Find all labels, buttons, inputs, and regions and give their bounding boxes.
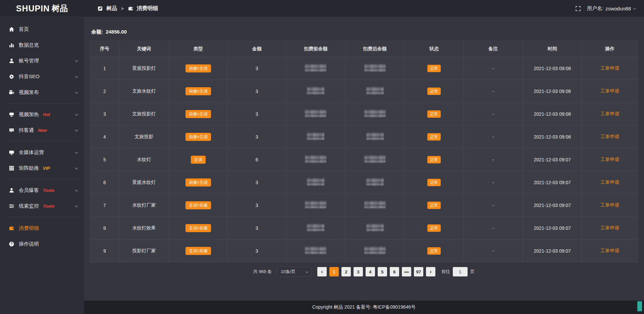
masked-value: [305, 155, 326, 163]
page-button-4[interactable]: 4: [366, 267, 375, 276]
page-more-button[interactable]: •••: [402, 267, 411, 276]
cell-remark: -: [464, 171, 523, 194]
sidebar-item-video-publish[interactable]: 视频发布: [0, 85, 84, 100]
work-order-link[interactable]: 工单申请: [600, 134, 619, 139]
cell-amount: 6: [227, 148, 286, 171]
page-button-6[interactable]: 6: [390, 267, 399, 276]
jump-suffix: 页: [470, 269, 475, 275]
status-badge: 正常: [427, 88, 441, 95]
sidebar-item-account[interactable]: 账号管理: [0, 53, 84, 69]
cell-keyword: 景观投影灯: [119, 57, 169, 80]
question-circle-icon: ?: [9, 241, 14, 247]
page-button-1[interactable]: 1: [329, 267, 339, 276]
masked-value: [366, 224, 384, 231]
sidebar-item-video-heat[interactable]: 视频加热 Hot: [0, 107, 84, 122]
header-status: 状态: [405, 41, 464, 57]
tools-badge: Tools: [43, 188, 54, 193]
cell-amount: 3: [227, 125, 286, 148]
type-badge: 前缀+主词: [185, 178, 211, 187]
work-order-link[interactable]: 工单申请: [600, 88, 619, 94]
hot-badge: Hot: [43, 112, 50, 117]
sidebar-item-member-burst[interactable]: 会员爆客 Tools: [0, 182, 84, 198]
page-jump: 前往 页: [441, 267, 475, 276]
header-amount: 金额: [227, 41, 286, 57]
floating-widget[interactable]: [637, 301, 642, 311]
cell-type: 主词+后缀: [169, 194, 228, 217]
wallet-icon: [128, 6, 133, 11]
sidebar-item-data-overview[interactable]: 数据总览: [0, 37, 84, 53]
page-button-97[interactable]: 97: [414, 267, 423, 276]
cell-type: 前缀+主词: [169, 125, 228, 148]
sidebar-item-consumption-detail[interactable]: 消费明细: [0, 220, 84, 236]
breadcrumb-root[interactable]: 树品: [106, 5, 117, 12]
page-button-5[interactable]: 5: [378, 267, 387, 276]
pagination: 共 969 条 10条/页 ‹ 1 2 3 4 5 6 ••• 97 › 前往 …: [90, 267, 638, 277]
sidebar-item-all-media[interactable]: 全媒体运营: [0, 145, 84, 160]
sidebar-item-douyin-seo[interactable]: 抖音SEO: [0, 69, 84, 85]
breadcrumb-current: 消费明细: [137, 5, 158, 12]
chevron-down-icon: [75, 166, 78, 169]
work-order-link[interactable]: 工单申请: [600, 225, 619, 230]
footer: Copyright 树品 2021 备案号: 粤ICP备09019646号: [84, 301, 644, 314]
sidebar-item-douketong[interactable]: 抖客通 New: [0, 122, 84, 138]
tools-badge: Tools: [43, 204, 54, 209]
cell-action: 工单申请: [582, 125, 638, 148]
type-badge: 主词+后缀: [185, 224, 211, 232]
cell-amount: 3: [227, 57, 286, 80]
page-button-3[interactable]: 3: [354, 267, 363, 276]
masked-value: [364, 247, 386, 254]
prev-page-button[interactable]: ‹: [317, 267, 327, 276]
next-page-button[interactable]: ›: [426, 267, 435, 276]
gear-icon: [9, 74, 14, 80]
cell-status: 正常: [405, 171, 464, 194]
header-balance-after: 扣费后余额: [345, 41, 404, 57]
work-order-link[interactable]: 工单申请: [600, 65, 619, 71]
cell-type: 前缀+主词: [169, 171, 228, 194]
sidebar-item-label: 抖客通: [19, 127, 34, 134]
cell-index: 7: [90, 194, 119, 217]
page-button-2[interactable]: 2: [341, 267, 351, 276]
cell-time: 2021-12-03 09:07: [523, 240, 582, 262]
cell-balance-before: [286, 194, 345, 217]
status-badge: 正常: [427, 202, 441, 209]
header-remark: 备注: [464, 41, 523, 57]
type-badge: 前缀+主词: [185, 110, 211, 118]
table-row: 6 景观水纹灯 前缀+主词 3 正常 - 2021-12-03 09:07 工单…: [90, 171, 638, 194]
table-row: 2 文旅水纹灯 前缀+主词 3 正常 - 2021-12-03 09:08 工单…: [90, 80, 638, 103]
user-menu[interactable]: 用户名: zswodun88: [587, 5, 635, 12]
work-order-link[interactable]: 工单申请: [600, 202, 619, 208]
cell-balance-after: [345, 217, 404, 240]
cell-amount: 3: [227, 217, 286, 240]
page-size-select[interactable]: 10条/页: [277, 267, 311, 277]
cell-keyword: 景观水纹灯: [119, 171, 169, 194]
bar-chart-icon: [9, 42, 14, 48]
sidebar-item-help[interactable]: ? 操作说明: [0, 236, 84, 252]
work-order-link[interactable]: 工单申请: [600, 248, 619, 253]
work-order-link[interactable]: 工单申请: [600, 179, 619, 185]
sidebar-item-home[interactable]: 首页: [0, 21, 84, 37]
cell-index: 2: [90, 80, 119, 103]
cell-balance-before: [286, 171, 345, 194]
work-order-link[interactable]: 工单申请: [600, 111, 619, 116]
table-row: 3 文旅投影灯 前缀+主词 3 正常 - 2021-12-03 09:08 工单…: [90, 103, 638, 125]
cell-remark: -: [464, 57, 523, 80]
page: SHUPIN 树品 树品 > 消费明细 用户名: zswodun88: [0, 0, 644, 314]
sidebar-item-matrix-boost[interactable]: 矩阵助推 VIP: [0, 160, 84, 176]
fullscreen-icon[interactable]: [575, 6, 581, 11]
sidebar-item-label: 账号管理: [19, 58, 39, 64]
sidebar-item-label: 会员爆客: [19, 187, 39, 194]
svg-text:?: ?: [10, 242, 12, 246]
cell-type: 主词+后缀: [169, 217, 228, 240]
cell-balance-before: [286, 80, 345, 103]
jump-page-input[interactable]: [453, 267, 468, 276]
masked-value: [364, 155, 386, 163]
cell-amount: 3: [227, 103, 286, 125]
cell-remark: -: [464, 240, 523, 262]
cell-status: 正常: [405, 103, 464, 125]
masked-value: [307, 224, 324, 231]
cell-balance-after: [345, 80, 404, 103]
brand-logo[interactable]: SHUPIN 树品: [0, 0, 84, 17]
sidebar-item-leads-monitor[interactable]: 线索监控 Tools: [0, 198, 84, 214]
work-order-link[interactable]: 工单申请: [600, 157, 619, 162]
cell-balance-before: [286, 125, 345, 148]
